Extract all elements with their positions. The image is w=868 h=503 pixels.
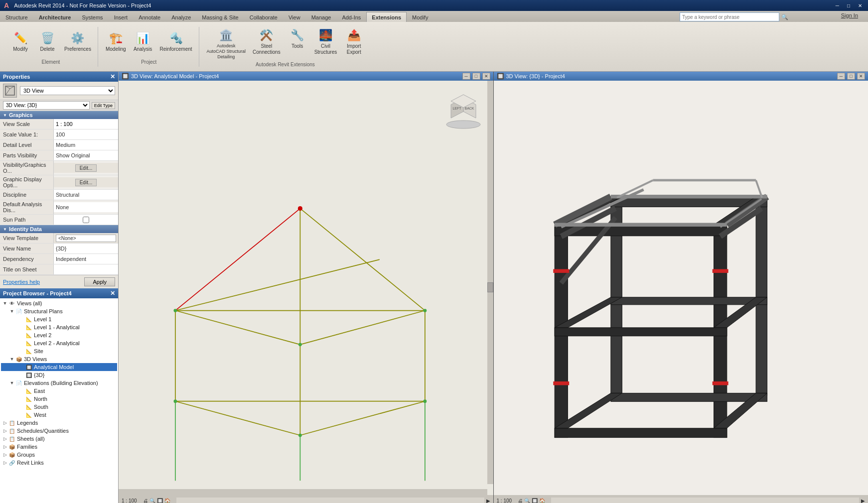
tab-collaborate[interactable]: Collaborate <box>244 12 283 22</box>
visibility-graphics-edit[interactable]: Edit... <box>54 163 118 173</box>
expand-families[interactable]: ▷ <box>2 444 8 450</box>
tree-item-views-all[interactable]: ▼ 👁 Views (all) <box>1 299 117 307</box>
prop-type-select[interactable]: 3D View <box>20 86 115 95</box>
tab-structure[interactable]: Structure <box>0 12 33 22</box>
tab-analyze[interactable]: Analyze <box>166 12 196 22</box>
tree-item-revit-links[interactable]: ▷ 🔗 Revit Links <box>1 459 117 467</box>
expand-schedules[interactable]: ▷ <box>2 428 8 434</box>
tree-item-level2[interactable]: ▷ 📐 Level 2 <box>1 331 117 339</box>
vp-analytical-scrollbar-bottom[interactable] <box>176 498 484 503</box>
vp-3d-minimize[interactable]: ─ <box>837 73 845 80</box>
tab-annotate[interactable]: Annotate <box>133 12 166 22</box>
tab-insert[interactable]: Insert <box>109 12 134 22</box>
tab-manage[interactable]: Manage <box>306 12 337 22</box>
vp-3d-restore[interactable]: □ <box>847 73 855 80</box>
vp-analytical-scrollbar-thumb[interactable] <box>487 282 493 292</box>
tab-architecture[interactable]: Architecture <box>33 12 77 22</box>
tree-item-legends[interactable]: ▷ 📋 Legends <box>1 419 117 427</box>
vp-3d-print-icon[interactable]: 🖨 <box>518 498 523 503</box>
vp-3d-zoom-icon[interactable]: 🔍 <box>524 498 530 503</box>
tab-massing[interactable]: Massing & Site <box>196 12 244 22</box>
tree-item-families[interactable]: ▷ 📦 Families <box>1 443 117 451</box>
identity-section-header[interactable]: ▼ Identity Data <box>0 225 118 233</box>
tree-item-level2-analytical[interactable]: ▷ 📐 Level 2 - Analytical <box>1 339 117 347</box>
steel-connections-button[interactable]: ⚒️ SteelConnections <box>250 26 283 57</box>
modeling-button[interactable]: 🏗️ Modeling <box>103 29 129 54</box>
properties-help-link[interactable]: Properties help <box>3 279 40 285</box>
tree-item-west[interactable]: ▷ 📐 West <box>1 411 117 419</box>
delete-button[interactable]: 🗑️ Delete <box>35 29 60 54</box>
tree-item-north[interactable]: ▷ 📐 North <box>1 395 117 403</box>
vp-analytical-restore[interactable]: □ <box>472 73 480 80</box>
import-export-button[interactable]: 📤 ImportExport <box>341 26 366 57</box>
search-input[interactable] <box>680 12 779 21</box>
tab-systems[interactable]: Systems <box>76 12 108 22</box>
view-scale-value[interactable] <box>54 119 118 129</box>
maximize-btn[interactable]: □ <box>845 2 852 9</box>
tree-item-3d[interactable]: ▷ 🔲 {3D} <box>1 371 117 379</box>
prop-selector[interactable]: 3D View: {3D} <box>3 101 90 110</box>
preferences-button[interactable]: ⚙️ Preferences <box>62 29 94 54</box>
project-browser-close-btn[interactable]: ✕ <box>110 290 115 297</box>
vp-3d-3d-icon[interactable]: 🔲 <box>532 498 538 503</box>
sun-path-checkbox[interactable] <box>56 217 116 223</box>
autocad-structural-button[interactable]: 🏛️ AutodeskAutoCAD StructuralDetailing <box>204 26 249 61</box>
modify-button[interactable]: ✏️ Modify <box>8 29 33 54</box>
tree-item-elevations[interactable]: ▼ 📄 Elevations (Building Elevation) <box>1 379 117 387</box>
tree-item-groups[interactable]: ▷ 📦 Groups <box>1 451 117 459</box>
tab-modify[interactable]: Modify <box>407 12 434 22</box>
tree-item-east[interactable]: ▷ 📐 East <box>1 387 117 395</box>
tree-item-south[interactable]: ▷ 📐 South <box>1 403 117 411</box>
graphic-display-btn[interactable]: Edit... <box>75 179 97 186</box>
properties-close-btn[interactable]: ✕ <box>110 73 115 80</box>
view-template-dropdown[interactable]: <None> <box>56 235 116 242</box>
viewport-3d-canvas[interactable] <box>494 81 868 495</box>
vp-3d-icon[interactable]: 🔲 <box>157 498 163 503</box>
tab-addins[interactable]: Add-Ins <box>336 12 366 22</box>
tab-extensions[interactable]: Extensions <box>366 12 407 22</box>
tree-item-site[interactable]: ▷ 📐 Site <box>1 347 117 355</box>
apply-btn[interactable]: Apply <box>84 277 115 286</box>
tree-item-level1-analytical[interactable]: ▷ 📐 Level 1 - Analytical <box>1 323 117 331</box>
analysis-button[interactable]: 📊 Analysis <box>131 29 155 54</box>
tree-item-structural-plans[interactable]: ▼ 📄 Structural Plans <box>1 307 117 315</box>
tree-item-3dviews[interactable]: ▼ 📦 3D Views <box>1 355 117 363</box>
vp-3d-close[interactable]: ✕ <box>857 73 865 80</box>
minimize-btn[interactable]: ─ <box>834 2 841 9</box>
expand-structural-plans[interactable]: ▼ <box>9 308 15 314</box>
graphics-section-header[interactable]: ▼ Graphics <box>0 111 118 119</box>
viewport-analytical-canvas[interactable]: BACK LEFT <box>119 81 493 495</box>
reinforcement-button[interactable]: 🔩 Reinforcement <box>157 29 195 54</box>
tab-view[interactable]: View <box>283 12 306 22</box>
vp-3d-home-icon[interactable]: 🏠 <box>539 498 545 503</box>
view-template-value[interactable]: <None> <box>54 233 118 243</box>
civil-structures-button[interactable]: 🌉 CivilStructures <box>312 26 340 57</box>
tools-button[interactable]: 🔧 Tools <box>285 26 310 51</box>
close-btn[interactable]: ✕ <box>856 2 864 9</box>
expand-legends[interactable]: ▷ <box>2 420 8 426</box>
vp-3d-scrollbar-bottom[interactable] <box>551 498 859 503</box>
visibility-graphics-btn[interactable]: Edit... <box>75 164 97 172</box>
sun-path-value[interactable] <box>54 215 118 225</box>
expand-groups[interactable]: ▷ <box>2 452 8 458</box>
vp-analytical-close[interactable]: ✕ <box>482 73 490 80</box>
edit-type-btn[interactable]: Edit Type <box>92 102 115 109</box>
vp-analytical-scrollbar-h[interactable] <box>119 489 487 495</box>
vp-zoom-icon[interactable]: 🔍 <box>149 498 155 503</box>
sign-in-label[interactable]: Sign In <box>841 12 858 18</box>
vp-analytical-minimize[interactable]: ─ <box>462 73 470 80</box>
tree-item-sheets[interactable]: ▷ 📋 Sheets (all) <box>1 435 117 443</box>
expand-3dviews[interactable]: ▼ <box>9 356 15 362</box>
expand-revit-links[interactable]: ▷ <box>2 460 8 466</box>
tree-item-analytical-model[interactable]: ▷ 🔲 Analytical Model <box>1 363 117 371</box>
tree-item-level1[interactable]: ▷ 📐 Level 1 <box>1 315 117 323</box>
vp-print-icon[interactable]: 🖨 <box>143 498 148 503</box>
expand-views[interactable]: ▼ <box>2 300 8 306</box>
expand-sheets[interactable]: ▷ <box>2 436 8 442</box>
view-scale-input[interactable] <box>56 121 116 127</box>
vp-analytical-scrollbar-v[interactable] <box>487 81 493 484</box>
tree-container[interactable]: ▼ 👁 Views (all) ▼ 📄 Structural Plans ▷ 📐… <box>0 298 118 503</box>
tree-item-schedules[interactable]: ▷ 📋 Schedules/Quantities <box>1 427 117 435</box>
expand-elevations[interactable]: ▼ <box>9 380 15 386</box>
graphic-display-edit[interactable]: Edit... <box>54 177 118 187</box>
